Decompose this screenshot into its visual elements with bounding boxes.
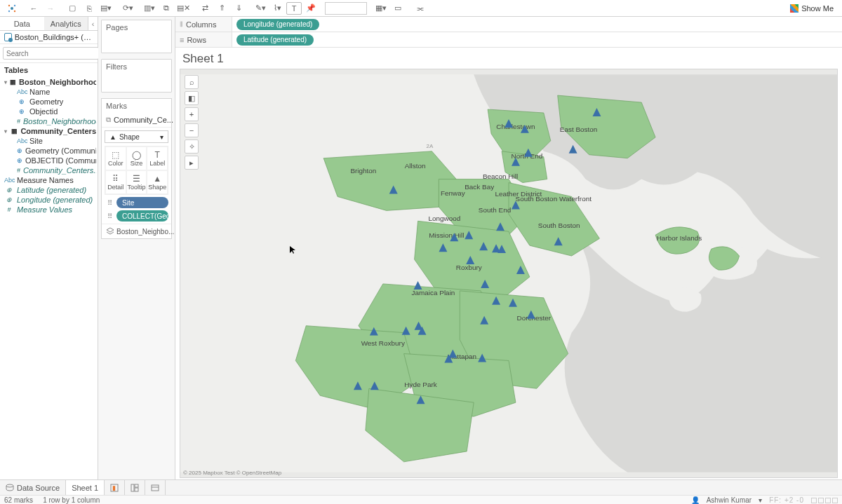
detail-slot-icon: ⠿: [105, 198, 114, 207]
collapse-data-pane[interactable]: ‹: [88, 17, 98, 30]
cursor-icon: [290, 246, 295, 254]
columns-label: Columns: [186, 20, 216, 29]
back-button[interactable]: ←: [26, 2, 41, 15]
pill-row-site[interactable]: ⠿ Site: [105, 197, 168, 208]
share-button[interactable]: ⫘: [412, 2, 427, 15]
rows-pill[interactable]: Latitude (generated): [236, 34, 314, 46]
marks-grid: ⬚Color◯SizeTLabel⠿Detail☰Tooltip▲Shape: [105, 146, 168, 195]
view-mode-icons[interactable]: [811, 498, 838, 503]
totals-button[interactable]: T: [286, 2, 302, 15]
mark-cell-shape[interactable]: ▲Shape: [147, 170, 168, 194]
search-input[interactable]: [3, 47, 99, 60]
svg-rect-9: [131, 484, 134, 491]
group-button[interactable]: ⌇▾: [269, 2, 285, 15]
user-dropdown-icon[interactable]: ▾: [759, 496, 762, 504]
new-dashboard-button[interactable]: [125, 480, 145, 495]
marks-layer2-label: Boston_Neighbo...: [116, 228, 174, 236]
new-story-button[interactable]: [145, 480, 166, 495]
new-sheet-button[interactable]: ▥▾: [142, 2, 157, 15]
sort-desc-button[interactable]: ⇓: [231, 2, 246, 15]
neighborhood-label: Back Bay: [465, 183, 494, 191]
datasource-row[interactable]: Boston_Buildings+ (Mult...: [0, 31, 98, 44]
mark-cell-tooltip[interactable]: ☰Tooltip: [126, 170, 147, 194]
refresh-button[interactable]: ⟳▾: [120, 2, 135, 15]
show-me-button[interactable]: Show Me: [786, 3, 838, 14]
table-row[interactable]: ▾▦Community_Centers: [1, 126, 96, 136]
triangle-icon[interactable]: ▾: [4, 128, 8, 135]
mark-type-label: Shape: [119, 133, 140, 141]
pin-button[interactable]: 📌: [303, 2, 319, 15]
rows-shelf[interactable]: ≡Rows Latitude (generated): [175, 32, 842, 48]
data-source-tab[interactable]: Data Source: [0, 480, 66, 495]
svg-point-4: [14, 10, 15, 11]
sheet-title[interactable]: Sheet 1: [175, 48, 842, 67]
sort-asc-button[interactable]: ⇑: [214, 2, 229, 15]
save-button[interactable]: ▢: [65, 2, 80, 15]
columns-pill[interactable]: Longitude (generated): [236, 19, 319, 30]
pages-shelf[interactable]: Pages: [101, 20, 172, 53]
field-row[interactable]: AbcMeasure Names: [1, 175, 96, 185]
columns-icon: ⦀: [180, 20, 183, 29]
forward-button[interactable]: →: [43, 2, 58, 15]
map-layers-button[interactable]: ◧: [185, 91, 199, 105]
pill-row-collect[interactable]: ⠿ COLLECT(Geo...: [105, 210, 168, 222]
marks-layer-header[interactable]: ⧉ Community_Ce...: [102, 113, 171, 128]
mark-cell-size[interactable]: ◯Size: [126, 147, 147, 170]
columns-shelf[interactable]: ⦀Columns Longitude (generated): [175, 17, 842, 32]
field-row[interactable]: ⊕Geometry: [1, 97, 96, 107]
tab-data[interactable]: Data: [0, 17, 44, 30]
field-row[interactable]: ⊕Geometry (Community...: [1, 146, 96, 156]
map-search-button[interactable]: ⌕: [185, 75, 199, 89]
pill-collect[interactable]: COLLECT(Geo...: [116, 210, 168, 222]
field-row[interactable]: AbcName: [1, 87, 96, 97]
swap-button[interactable]: ⇄: [197, 2, 213, 15]
field-row[interactable]: #Community_Centers....: [1, 165, 96, 175]
viz-container[interactable]: 2A CharlestownEast BostonNorth EndAllsto…: [180, 69, 838, 478]
fit-dropdown[interactable]: [325, 2, 367, 15]
new-datasource-button[interactable]: ⎘: [81, 2, 97, 15]
map-layer-icon: [106, 226, 114, 236]
map-play-button[interactable]: ▸: [185, 156, 199, 170]
neighborhood-label: East Boston: [560, 125, 598, 133]
duplicate-button[interactable]: ⧉: [159, 2, 174, 15]
field-tree: ▾▦Boston_NeighborhoodsAbcName⊕Geometry⊕O…: [0, 77, 98, 219]
pill-site[interactable]: Site: [116, 197, 168, 208]
presentation-button[interactable]: ▭: [390, 2, 406, 15]
field-row[interactable]: ⊕OBJECTID (Community...: [1, 156, 96, 165]
map-zoom-in-button[interactable]: +: [185, 107, 199, 121]
triangle-icon[interactable]: ▾: [4, 79, 7, 86]
svg-point-3: [8, 10, 10, 11]
autosave-button[interactable]: ▤▾: [98, 2, 114, 15]
mark-cell-label[interactable]: TLabel: [147, 147, 168, 170]
neighborhood-label: Beacon Hill: [483, 172, 518, 180]
map-zoom-out-button[interactable]: −: [185, 123, 199, 137]
status-user[interactable]: Ashwin Kumar: [707, 496, 751, 504]
field-row[interactable]: AbcSite: [1, 136, 96, 146]
status-marks: 62 marks: [4, 496, 33, 504]
field-row[interactable]: #Measure Values: [1, 205, 96, 214]
neighborhood-label: Mission Hill: [429, 231, 464, 239]
field-row[interactable]: ⊕Longitude (generated): [1, 195, 96, 205]
field-row[interactable]: ⊕Latitude (generated): [1, 185, 96, 195]
logo-icon[interactable]: [4, 2, 20, 15]
sheet-tab-label: Sheet 1: [72, 484, 98, 492]
field-row[interactable]: #Boston_Neighborhood...: [1, 116, 96, 126]
table-row[interactable]: ▾▦Boston_Neighborhoods: [1, 77, 96, 87]
svg-point-2: [14, 4, 15, 6]
sheet-tab[interactable]: Sheet 1: [66, 480, 105, 495]
filters-shelf[interactable]: Filters: [101, 59, 172, 93]
marks-layer-row-2[interactable]: Boston_Neighbo...: [105, 226, 168, 236]
field-row[interactable]: ⊕Objectid: [1, 107, 96, 116]
cards-button[interactable]: ▦▾: [373, 2, 389, 15]
show-me-icon: [790, 4, 798, 13]
map-pin-button[interactable]: ✧: [185, 139, 199, 154]
mark-cell-detail[interactable]: ⠿Detail: [105, 170, 126, 194]
search-row: ⌕ ▼ ☰ ▾: [0, 44, 98, 63]
clear-button[interactable]: ▤✕: [175, 2, 191, 15]
mark-cell-color[interactable]: ⬚Color: [105, 147, 126, 170]
detail-slot-icon-2: ⠿: [105, 211, 114, 221]
highlight-button[interactable]: ✎▾: [253, 2, 268, 15]
tab-analytics[interactable]: Analytics: [44, 17, 88, 30]
mark-type-dropdown[interactable]: ▲Shape ▾: [105, 130, 168, 143]
new-worksheet-button[interactable]: ▮: [105, 480, 125, 495]
